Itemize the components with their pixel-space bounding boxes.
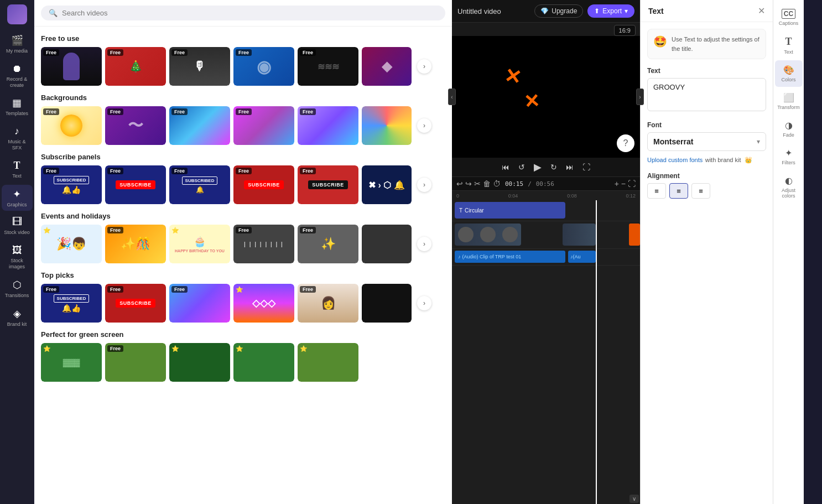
clip-audio-2[interactable]: ♪ (Au bbox=[568, 251, 596, 263]
thumb-item[interactable]: 🧁 HAPPY BIRTHDAY TO YOU ⭐ bbox=[169, 225, 230, 263]
thumb-item[interactable]: 👩 Free bbox=[298, 284, 358, 323]
thumb-item[interactable]: Free bbox=[105, 343, 166, 382]
text-input[interactable]: GROOVY bbox=[647, 78, 766, 111]
playhead[interactable] bbox=[596, 200, 597, 504]
upgrade-button[interactable]: 💎 Upgrade bbox=[534, 4, 583, 18]
thumb-item[interactable]: Free bbox=[169, 106, 230, 145]
collapse-right-panel[interactable]: › bbox=[636, 89, 644, 105]
gold-badge: ⭐ bbox=[43, 227, 51, 234]
thumb-item[interactable]: ≋≋≋ Free bbox=[298, 47, 358, 86]
thumb-item[interactable]: ⭐ bbox=[298, 343, 358, 382]
thumb-item[interactable]: ⭐ bbox=[233, 343, 294, 382]
far-right-adjust-colors[interactable]: ◐ Adjust colors bbox=[775, 171, 803, 203]
skip-back-button[interactable]: ⏮ bbox=[502, 163, 509, 172]
thumb-item[interactable] bbox=[362, 284, 412, 323]
sidebar-item-stock-images[interactable]: 🖼 Stock images bbox=[2, 241, 33, 273]
sidebar-item-text[interactable]: T Text bbox=[2, 157, 33, 183]
forward-button[interactable]: ↻ bbox=[550, 163, 557, 172]
next-arrow-btn[interactable]: › bbox=[417, 118, 431, 133]
far-right-filters[interactable]: ✦ Filters bbox=[775, 143, 803, 170]
thumb-item[interactable]: SUBSCRIBED 🔔👍 Free bbox=[41, 165, 102, 204]
clip-video-2[interactable] bbox=[563, 224, 596, 246]
clip-audio-1[interactable]: ♪ (Audio) Clip of TRP test 01 bbox=[455, 251, 565, 263]
align-center-button[interactable]: ≡ bbox=[669, 183, 688, 199]
clip-circular[interactable]: T Circular bbox=[455, 202, 565, 219]
delete-button[interactable]: 🗑 bbox=[483, 179, 491, 188]
aspect-ratio-badge[interactable]: 16:9 bbox=[614, 25, 636, 36]
next-arrow-btn[interactable]: › bbox=[417, 59, 431, 74]
thumb-item[interactable]: ⭐ bbox=[169, 343, 230, 382]
thumb-item[interactable]: 〜 Free bbox=[105, 106, 166, 145]
thumb-item[interactable] bbox=[362, 106, 412, 145]
fit-button[interactable]: ⛶ bbox=[628, 179, 636, 188]
far-right-transform[interactable]: ⬜ Transform bbox=[775, 88, 803, 115]
thumb-item[interactable]: | | | | | | | | Free bbox=[233, 225, 294, 263]
font-selector[interactable]: Montserrat ▾ bbox=[647, 132, 766, 151]
next-arrow-btn[interactable]: › bbox=[417, 296, 431, 310]
sidebar-item-record[interactable]: ⏺ Record &create bbox=[2, 60, 33, 92]
fullscreen-button[interactable]: ⛶ bbox=[582, 163, 590, 172]
search-input[interactable] bbox=[62, 9, 438, 17]
thumb-item[interactable]: ◆ bbox=[362, 47, 412, 86]
sidebar-item-label: Graphics bbox=[7, 202, 27, 208]
thumb-item[interactable]: Free bbox=[41, 106, 102, 145]
sidebar-item-transitions[interactable]: ⬡ Transitions bbox=[2, 276, 33, 302]
thumb-item[interactable]: Free bbox=[41, 47, 102, 86]
app-logo[interactable] bbox=[7, 4, 27, 24]
far-right-captions[interactable]: CC Captions bbox=[775, 4, 803, 30]
thumb-item[interactable]: SUBSCRIBED 🔔 Free bbox=[169, 165, 230, 204]
collapse-timeline-btn[interactable]: ∨ bbox=[629, 495, 639, 503]
cut-button[interactable]: ✂ bbox=[474, 179, 481, 188]
thumb-item[interactable]: ◇◇◇ ⭐ bbox=[233, 284, 294, 323]
thumb-item[interactable]: ✨🎊 Free bbox=[105, 225, 166, 263]
thumb-item[interactable]: Free bbox=[233, 106, 294, 145]
undo-button[interactable]: ↩ bbox=[456, 179, 463, 188]
far-right-label: Fade bbox=[783, 132, 794, 138]
next-arrow-btn[interactable]: › bbox=[417, 237, 431, 251]
fade-icon: ◑ bbox=[785, 120, 793, 131]
thumb-item[interactable]: ✨ Free bbox=[298, 225, 358, 263]
sidebar-item-music[interactable]: ♪ Music & SFX bbox=[2, 122, 33, 154]
sidebar-item-brand-kit[interactable]: ◈ Brand kit bbox=[2, 304, 33, 331]
sidebar-item-templates[interactable]: ▦ Templates bbox=[2, 93, 33, 120]
zoom-out-button[interactable]: − bbox=[621, 179, 626, 188]
skip-forward-button[interactable]: ⏭ bbox=[566, 163, 574, 172]
thumb-item[interactable]: 🎄 Free bbox=[105, 47, 166, 86]
far-right-fade[interactable]: ◑ Fade bbox=[775, 116, 803, 142]
clip-video-1[interactable] bbox=[455, 224, 521, 246]
thumb-item[interactable]: SUBSCRIBE Free bbox=[233, 165, 294, 204]
thumb-item[interactable]: ✖ › ⬡ 🔔 bbox=[362, 165, 412, 204]
rewind-button[interactable]: ↺ bbox=[518, 163, 525, 172]
next-arrow-btn[interactable]: › bbox=[417, 178, 431, 192]
redo-button[interactable]: ↪ bbox=[465, 179, 472, 188]
export-button[interactable]: ⬆ Export ▾ bbox=[587, 4, 634, 18]
thumb-item[interactable]: Free bbox=[169, 284, 230, 323]
thumb-item[interactable]: SUBSCRIBE Free bbox=[298, 165, 358, 204]
far-right-text[interactable]: T Text bbox=[775, 32, 803, 59]
thumb-item[interactable]: SUBSCRIBE Free bbox=[105, 284, 166, 323]
upload-fonts-link[interactable]: Upload custom fonts bbox=[647, 157, 703, 163]
thumb-item[interactable] bbox=[362, 225, 412, 263]
align-right-button[interactable]: ≡ bbox=[691, 183, 710, 199]
align-left-button[interactable]: ≡ bbox=[647, 183, 666, 199]
close-panel-button[interactable]: ✕ bbox=[758, 6, 765, 16]
zoom-in-button[interactable]: + bbox=[615, 179, 619, 188]
sidebar-item-graphics[interactable]: ✦ Graphics bbox=[2, 185, 33, 211]
thumb-item[interactable]: SUBSCRIBED 🔔👍 Free bbox=[41, 284, 102, 323]
help-button[interactable]: ? bbox=[617, 134, 634, 152]
thumb-item[interactable]: 🎉👦 ⭐ bbox=[41, 225, 102, 263]
search-input-wrap[interactable]: 🔍 bbox=[41, 6, 445, 20]
clip-video-orange[interactable] bbox=[629, 224, 640, 246]
thumb-item[interactable]: Free bbox=[298, 106, 358, 145]
far-right-colors[interactable]: 🎨 Colors bbox=[775, 60, 803, 87]
thumb-item[interactable]: ▓▓▓ ⭐ bbox=[41, 343, 102, 382]
split-button[interactable]: ⏱ bbox=[493, 179, 501, 188]
sidebar-item-my-media[interactable]: 🎬 My media bbox=[2, 31, 33, 58]
thumb-item[interactable]: SUBSCRIBE Free bbox=[105, 165, 166, 204]
thumb-item[interactable]: ◉ Free bbox=[233, 47, 294, 86]
content-scroll[interactable]: Free to use Free 🎄 Free bbox=[34, 27, 452, 504]
collapse-left-panel[interactable]: ‹ bbox=[448, 89, 456, 105]
thumb-item[interactable]: 🎙 Free bbox=[169, 47, 230, 86]
sidebar-item-stock-video[interactable]: 🎞 Stock video bbox=[2, 213, 33, 239]
play-button[interactable]: ▶ bbox=[534, 161, 542, 173]
